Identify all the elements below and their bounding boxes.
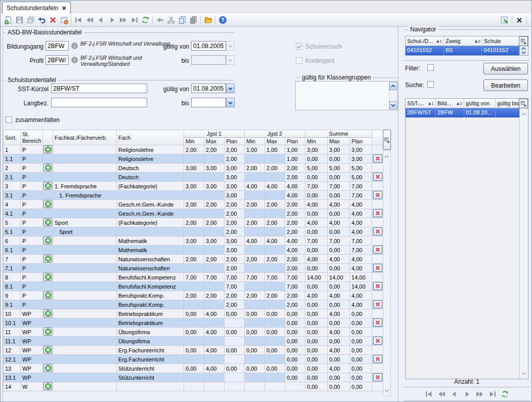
cell-value[interactable]: 2,00 (225, 200, 245, 209)
cell-fach[interactable]: Berufsprakt.Komp. (117, 300, 184, 309)
cell-value[interactable]: 2,00 (225, 300, 245, 309)
nav-first-icon[interactable] (73, 15, 84, 26)
cell-value[interactable]: 0,00 (328, 154, 350, 164)
cell-value[interactable]: 0,00 (328, 337, 350, 346)
cell-value[interactable]: 3,00 (184, 164, 204, 173)
sst-bis-input[interactable] (191, 98, 226, 107)
cell-fachkat[interactable] (53, 200, 117, 209)
cell-value[interactable]: 2,00 (285, 227, 305, 236)
tab-schulstundentafeln[interactable]: Schulstundentafeln ✕ (2, 2, 71, 14)
scroll-up-icon[interactable] (521, 109, 527, 118)
cell-value[interactable]: 4,00 (285, 182, 305, 191)
cell-value[interactable] (265, 154, 285, 164)
cell-value[interactable]: 0,00 (305, 173, 328, 182)
cell-fach[interactable]: Stützunterricht (117, 364, 184, 373)
cell-value[interactable]: 0,00 (265, 328, 285, 337)
cell-fachkat[interactable] (53, 291, 117, 300)
tab-close-icon[interactable]: ✕ (62, 5, 66, 12)
cell-value[interactable]: 0,00 (350, 328, 372, 337)
cell-value[interactable]: 3,00 (328, 145, 350, 154)
cell-value[interactable]: 0,00 (305, 382, 328, 391)
delete-row-button[interactable] (373, 282, 382, 290)
cell-value[interactable] (204, 191, 225, 200)
cell-value[interactable]: 4,00 (350, 209, 372, 218)
cell-value[interactable]: 0,00 (285, 373, 305, 382)
delete-row-button[interactable] (373, 191, 382, 199)
cell-fachkat[interactable] (53, 154, 117, 164)
cell-value[interactable]: 7,00 (350, 191, 372, 200)
cell-value[interactable] (204, 300, 225, 309)
cell-fach[interactable]: Mathematik (117, 236, 184, 246)
cell-value[interactable]: 0,00 (305, 154, 328, 164)
cell-value[interactable] (184, 318, 204, 328)
delete-row-button[interactable] (373, 209, 382, 217)
cell-zweig[interactable]: BS (444, 46, 482, 55)
detach-window-icon[interactable] (499, 15, 510, 26)
cell-value[interactable] (245, 227, 265, 236)
cell-value[interactable]: 0,00 (225, 364, 245, 373)
cell-value[interactable]: 7,00 (305, 236, 328, 246)
cell-value[interactable]: 0,00 (328, 264, 350, 273)
cell-value[interactable]: 2,00 (204, 200, 225, 209)
cell-value[interactable] (184, 373, 204, 382)
cell-value[interactable]: 3,00 (225, 182, 245, 191)
nav-forward-icon[interactable] (106, 15, 117, 26)
cell-value[interactable]: 4,00 (350, 264, 372, 273)
cell-value[interactable] (204, 209, 225, 218)
cell-value[interactable] (265, 282, 285, 291)
cell-value[interactable]: 1,00 (285, 154, 305, 164)
remove-form-icon[interactable] (58, 15, 69, 26)
cell-value[interactable] (245, 337, 265, 346)
cell-value[interactable]: 0,00 (305, 300, 328, 309)
cell-value[interactable] (245, 154, 265, 164)
cell-value[interactable]: 4,00 (328, 255, 350, 264)
cell-value[interactable]: 0,00 (305, 309, 328, 318)
cell-value[interactable]: 2,00 (265, 200, 285, 209)
cell-value[interactable]: 7,00 (350, 182, 372, 191)
cell-value[interactable]: 2,00 (285, 218, 305, 227)
cell-fach[interactable]: Deutsch (117, 164, 184, 173)
cell-value[interactable]: 7,00 (350, 246, 372, 255)
cell-value[interactable] (245, 382, 265, 391)
cell-value[interactable]: 7,00 (328, 236, 350, 246)
add-subrow-button[interactable] (43, 145, 52, 153)
cell-fachkat[interactable] (53, 255, 117, 264)
sst-col-bildungsgang[interactable]: Bild...▲2 (436, 99, 464, 108)
add-subrow-button[interactable] (43, 255, 52, 263)
cell-value[interactable]: 2,00 (204, 145, 225, 154)
cell-fach[interactable]: Erg.Fachunterricht (117, 346, 184, 355)
cell-value[interactable]: 2,00 (265, 218, 285, 227)
delete-row-button[interactable] (373, 173, 382, 181)
cell-value[interactable]: 2,00 (184, 200, 204, 209)
cell-fach[interactable]: Religionslehre (117, 154, 184, 164)
cell-value[interactable]: 0,00 (285, 318, 305, 328)
cell-value[interactable]: 0,00 (328, 355, 350, 364)
cell-value[interactable] (225, 318, 245, 328)
cell-value[interactable]: 0,00 (350, 364, 372, 373)
column-chooser-button[interactable] (383, 130, 391, 150)
nav-fast-forward-icon[interactable] (117, 15, 128, 26)
column-chooser-button[interactable] (519, 99, 528, 108)
cell-value[interactable] (245, 282, 265, 291)
cell-value[interactable]: 0,00 (350, 346, 372, 355)
add-subrow-button[interactable] (43, 309, 52, 317)
cell-value[interactable]: 2,00 (184, 291, 204, 300)
cell-fachkat[interactable] (53, 309, 117, 318)
cell-value[interactable]: 7,00 (184, 273, 204, 282)
refresh-icon[interactable] (140, 15, 151, 26)
nav-back-icon[interactable] (449, 388, 460, 399)
cell-value[interactable] (245, 173, 265, 182)
cell-value[interactable]: 0,00 (265, 346, 285, 355)
cell-value[interactable] (265, 227, 285, 236)
cell-fachkat[interactable]: Sport (53, 227, 117, 236)
delete-row-button[interactable] (373, 300, 382, 308)
add-subrow-button[interactable] (43, 364, 52, 372)
schools-col-schul[interactable]: Schul-/D...▲1 (406, 36, 444, 46)
cell-value[interactable]: 0,00 (305, 191, 328, 200)
cell-value[interactable]: 4,00 (265, 236, 285, 246)
bearbeiten-button[interactable]: Bearbeiten (483, 79, 528, 91)
langbez-input[interactable] (51, 98, 147, 107)
cell-value[interactable] (225, 355, 245, 364)
cell-value[interactable]: 4,00 (285, 191, 305, 200)
cell-value[interactable]: 7,00 (285, 273, 305, 282)
